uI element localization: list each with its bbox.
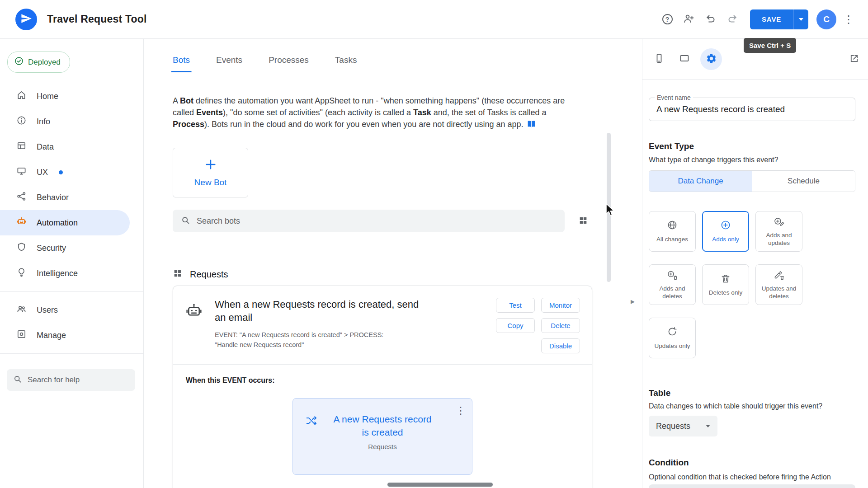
sidebar-item-label: UX bbox=[37, 168, 48, 177]
check-circle-icon bbox=[14, 56, 24, 68]
option-deletes-only[interactable]: Deletes only bbox=[702, 264, 749, 305]
tab-bots[interactable]: Bots bbox=[173, 55, 190, 72]
event-occurs-label: When this EVENT occurs: bbox=[173, 365, 592, 385]
disable-button[interactable]: Disable bbox=[541, 338, 580, 353]
toggle-schedule[interactable]: Schedule bbox=[752, 171, 855, 192]
monitor-button[interactable]: Monitor bbox=[541, 298, 580, 313]
event-name-field[interactable]: Event name bbox=[649, 98, 855, 121]
info-icon bbox=[16, 115, 27, 128]
test-button[interactable]: Test bbox=[496, 298, 535, 313]
vertical-scrollbar[interactable] bbox=[607, 133, 611, 282]
desktop-preview-icon bbox=[679, 53, 690, 65]
sidebar-item-label: Data bbox=[37, 142, 54, 152]
sidebar: Deployed Home Info Data UX Behavior Auto… bbox=[0, 39, 144, 488]
bot-actions: Test Monitor Copy Delete Disable bbox=[496, 298, 580, 353]
event-name-input[interactable] bbox=[656, 104, 848, 114]
sidebar-item-info[interactable]: Info bbox=[0, 109, 130, 134]
redo-icon bbox=[727, 13, 738, 25]
app-title: Travel Request Tool bbox=[47, 13, 147, 25]
table-question: Data changes to which table should trigg… bbox=[649, 402, 855, 410]
option-adds-only[interactable]: Adds only bbox=[702, 211, 749, 252]
shuffle-icon bbox=[306, 415, 317, 428]
search-bots[interactable] bbox=[173, 210, 565, 232]
open-external-button[interactable] bbox=[844, 50, 863, 69]
panel-collapse-handle[interactable]: ▸ bbox=[631, 296, 635, 306]
sidebar-item-ux[interactable]: UX bbox=[0, 160, 130, 185]
option-label: Updates and deletes bbox=[757, 285, 801, 300]
share-app-button[interactable] bbox=[679, 10, 698, 29]
delete-button[interactable]: Delete bbox=[541, 318, 580, 333]
redo-button[interactable] bbox=[723, 10, 742, 29]
undo-icon bbox=[705, 13, 716, 25]
horizontal-scrollbar[interactable] bbox=[387, 483, 493, 487]
event-type-toggle: Data Change Schedule bbox=[649, 170, 855, 192]
sidebar-divider bbox=[0, 353, 143, 354]
main-content: Bots Events Processes Tasks A Bot define… bbox=[144, 39, 642, 488]
sidebar-item-automation[interactable]: Automation bbox=[0, 210, 130, 235]
option-adds-and-deletes[interactable]: Adds and deletes bbox=[649, 264, 696, 305]
view-toggle-button[interactable] bbox=[574, 211, 593, 230]
app-body: Deployed Home Info Data UX Behavior Auto… bbox=[0, 39, 868, 488]
sidebar-item-security[interactable]: Security bbox=[0, 235, 130, 261]
option-adds-and-updates[interactable]: Adds and updates bbox=[755, 211, 802, 252]
settings-panel: Event name Event Type What type of chang… bbox=[642, 39, 868, 488]
condition-input-cut[interactable] bbox=[649, 484, 855, 488]
deployed-badge[interactable]: Deployed bbox=[7, 52, 70, 73]
sidebar-item-users[interactable]: Users bbox=[0, 297, 130, 323]
tab-tasks[interactable]: Tasks bbox=[335, 55, 357, 72]
toggle-data-change[interactable]: Data Change bbox=[649, 171, 752, 192]
automation-tabs: Bots Events Processes Tasks bbox=[173, 39, 642, 72]
save-button[interactable]: SAVE bbox=[750, 9, 793, 29]
option-label: Adds and updates bbox=[757, 232, 801, 246]
help-search-input[interactable] bbox=[28, 375, 129, 385]
ux-notification-dot bbox=[59, 170, 63, 174]
desktop-preview-button[interactable] bbox=[675, 50, 694, 69]
event-node-menu-button[interactable]: ⋮ bbox=[456, 405, 466, 417]
grid-icon bbox=[173, 268, 183, 280]
person-add-icon bbox=[684, 13, 694, 25]
search-bots-input[interactable] bbox=[197, 216, 557, 226]
option-label: Adds and deletes bbox=[651, 285, 694, 300]
tab-events[interactable]: Events bbox=[216, 55, 242, 72]
sidebar-item-data[interactable]: Data bbox=[0, 134, 130, 160]
table-select[interactable]: Requests bbox=[649, 416, 717, 436]
sidebar-item-label: Home bbox=[37, 92, 58, 101]
event-name-label: Event name bbox=[655, 94, 693, 101]
option-updates-and-deletes[interactable]: Updates and deletes bbox=[755, 264, 802, 305]
save-dropdown-button[interactable] bbox=[793, 9, 808, 29]
help-search[interactable] bbox=[7, 369, 135, 391]
new-bot-button[interactable]: New Bot bbox=[173, 148, 248, 197]
tab-processes[interactable]: Processes bbox=[269, 55, 309, 72]
header-actions: ? SAVE bbox=[658, 9, 858, 29]
manage-icon bbox=[16, 329, 27, 342]
book-icon[interactable] bbox=[527, 119, 536, 132]
user-avatar[interactable]: C bbox=[816, 9, 836, 29]
robot-icon bbox=[185, 302, 203, 353]
option-label: Updates only bbox=[655, 343, 690, 350]
copy-button[interactable]: Copy bbox=[496, 318, 535, 333]
search-icon bbox=[181, 216, 190, 227]
event-node[interactable]: A new Requests record is created Request… bbox=[292, 398, 472, 475]
mobile-preview-button[interactable] bbox=[650, 50, 669, 69]
bot-card-text: When a new Requests record is created, s… bbox=[215, 298, 432, 353]
option-updates-only[interactable]: Updates only bbox=[649, 318, 696, 358]
requests-section-header: Requests bbox=[173, 268, 642, 280]
condition-heading: Condition bbox=[649, 458, 855, 468]
help-button[interactable]: ? bbox=[658, 10, 677, 29]
sidebar-item-label: Automation bbox=[37, 218, 78, 228]
save-tooltip: Save Ctrl + S bbox=[744, 38, 796, 53]
sidebar-item-intelligence[interactable]: Intelligence bbox=[0, 261, 130, 286]
sidebar-item-behavior[interactable]: Behavior bbox=[0, 185, 130, 210]
trash-icon bbox=[720, 273, 731, 286]
sidebar-item-manage[interactable]: Manage bbox=[0, 323, 130, 348]
option-all-changes[interactable]: All changes bbox=[649, 211, 696, 252]
sidebar-item-label: Behavior bbox=[37, 193, 69, 202]
grid-view-icon bbox=[578, 216, 588, 227]
sidebar-item-label: Intelligence bbox=[37, 269, 78, 278]
event-node-subtitle: Requests bbox=[307, 443, 458, 450]
sidebar-item-home[interactable]: Home bbox=[0, 84, 130, 109]
event-node-title: A new Requests record is created bbox=[330, 413, 434, 439]
undo-button[interactable] bbox=[701, 10, 720, 29]
more-options-button[interactable]: ⋮ bbox=[839, 10, 858, 29]
settings-tab-button[interactable] bbox=[700, 48, 722, 70]
